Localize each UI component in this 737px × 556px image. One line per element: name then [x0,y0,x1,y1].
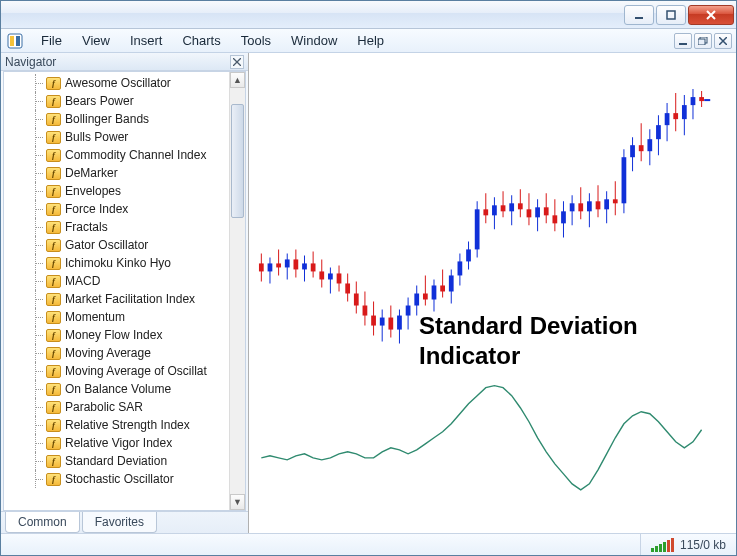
indicator-item[interactable]: fIchimoku Kinko Hyo [4,254,229,272]
indicator-item[interactable]: fBears Power [4,92,229,110]
svg-rect-45 [414,293,419,305]
svg-rect-111 [699,97,704,101]
navigator-tabs: Common Favorites [1,511,248,533]
indicator-item[interactable]: fMACD [4,272,229,290]
menu-charts[interactable]: Charts [172,30,230,51]
scroll-track[interactable] [230,88,245,494]
indicator-item[interactable]: fMoney Flow Index [4,326,229,344]
indicator-item[interactable]: fGator Oscillator [4,236,229,254]
scroll-up-arrow[interactable]: ▲ [230,72,245,88]
overlay-line1: Standard Deviation [419,311,638,341]
svg-rect-23 [319,271,324,279]
svg-rect-47 [423,293,428,299]
indicator-item[interactable]: fFractals [4,218,229,236]
navigator-tree[interactable]: fAwesome OscillatorfBears PowerfBollinge… [4,72,229,510]
svg-rect-15 [285,259,290,267]
svg-rect-101 [656,125,661,139]
app-icon [7,33,23,49]
window-close-button[interactable] [688,5,734,25]
indicator-item[interactable]: fStandard Deviation [4,452,229,470]
svg-rect-109 [691,97,696,105]
indicator-item[interactable]: fBulls Power [4,128,229,146]
svg-rect-11 [268,263,273,271]
indicator-label: Bulls Power [65,130,128,144]
indicator-item[interactable]: fDeMarker [4,164,229,182]
scroll-thumb[interactable] [231,104,244,218]
svg-rect-63 [492,205,497,215]
chart-area[interactable]: Standard Deviation Indicator [249,53,736,533]
function-icon: f [46,95,61,108]
svg-rect-79 [561,211,566,223]
connection-status[interactable]: 115/0 kb [640,534,736,555]
indicator-item[interactable]: fParabolic SAR [4,398,229,416]
function-icon: f [46,293,61,306]
indicator-item[interactable]: fAwesome Oscillator [4,74,229,92]
tree-line-icon [28,344,46,362]
indicator-item[interactable]: fMarket Facilitation Index [4,290,229,308]
svg-rect-33 [363,306,368,316]
function-icon: f [46,311,61,324]
svg-rect-59 [475,209,480,249]
svg-rect-37 [380,318,385,326]
menu-window[interactable]: Window [281,30,347,51]
indicator-item[interactable]: fStochastic Oscillator [4,470,229,488]
function-icon: f [46,455,61,468]
indicator-label: Standard Deviation [65,454,167,468]
svg-rect-107 [682,105,687,119]
indicator-item[interactable]: fMoving Average of Oscillat [4,362,229,380]
navigator-scrollbar[interactable]: ▲ ▼ [229,72,245,510]
indicator-label: Bears Power [65,94,134,108]
window-minimize-button[interactable] [624,5,654,25]
tree-line-icon [28,254,46,272]
mdi-close-button[interactable] [714,33,732,49]
indicator-item[interactable]: fRelative Vigor Index [4,434,229,452]
indicator-item[interactable]: fMoving Average [4,344,229,362]
menu-file[interactable]: File [31,30,72,51]
function-icon: f [46,203,61,216]
scroll-down-arrow[interactable]: ▼ [230,494,245,510]
navigator-header: Navigator [1,53,248,71]
workspace: Navigator fAwesome OscillatorfBears Powe… [1,53,736,533]
menu-insert[interactable]: Insert [120,30,173,51]
indicator-item[interactable]: fBollinger Bands [4,110,229,128]
indicator-item[interactable]: fOn Balance Volume [4,380,229,398]
svg-rect-89 [604,199,609,209]
menu-bar: File View Insert Charts Tools Window Hel… [1,29,736,53]
svg-rect-1 [667,11,675,19]
tree-line-icon [28,110,46,128]
svg-rect-31 [354,293,359,305]
indicator-item[interactable]: fEnvelopes [4,182,229,200]
svg-rect-93 [622,157,627,203]
function-icon: f [46,185,61,198]
svg-rect-53 [449,275,454,291]
function-icon: f [46,239,61,252]
window-titlebar [1,1,736,29]
tree-line-icon [28,128,46,146]
tree-line-icon [28,164,46,182]
tab-favorites[interactable]: Favorites [82,512,157,533]
tree-line-icon [28,398,46,416]
indicator-label: Awesome Oscillator [65,76,171,90]
indicator-label: Stochastic Oscillator [65,472,174,486]
tree-line-icon [28,290,46,308]
tree-line-icon [28,362,46,380]
indicator-label: Parabolic SAR [65,400,143,414]
indicator-item[interactable]: fRelative Strength Index [4,416,229,434]
signal-icon [651,538,674,552]
mdi-minimize-button[interactable] [674,33,692,49]
tree-line-icon [28,326,46,344]
mdi-restore-button[interactable] [694,33,712,49]
indicator-item[interactable]: fForce Index [4,200,229,218]
indicator-label: Relative Vigor Index [65,436,172,450]
navigator-close-button[interactable] [230,55,244,69]
tab-common[interactable]: Common [5,512,80,533]
indicator-item[interactable]: fCommodity Channel Index [4,146,229,164]
tree-line-icon [28,74,46,92]
menu-help[interactable]: Help [347,30,394,51]
svg-rect-25 [328,273,333,279]
window-maximize-button[interactable] [656,5,686,25]
indicator-item[interactable]: fMomentum [4,308,229,326]
menu-tools[interactable]: Tools [231,30,281,51]
indicator-label: Moving Average [65,346,151,360]
menu-view[interactable]: View [72,30,120,51]
